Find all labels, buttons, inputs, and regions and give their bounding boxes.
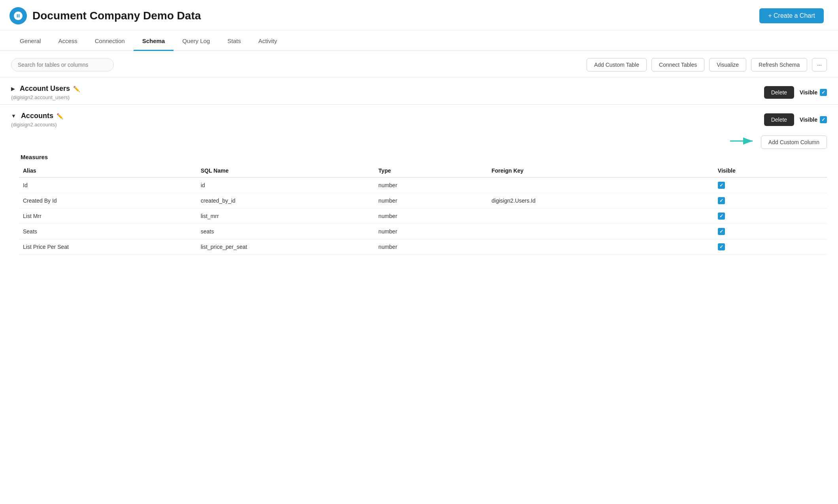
page-title: Document Company Demo Data xyxy=(32,9,201,22)
arrow-indicator xyxy=(728,134,760,148)
cell-alias-0: Id xyxy=(19,177,197,193)
logo-svg xyxy=(13,11,23,21)
section-accounts-header: ▼ Accounts ✏️ (digisign2.accounts) Delet… xyxy=(11,105,827,132)
add-custom-table-button[interactable]: Add Custom Table xyxy=(587,58,647,71)
create-chart-button[interactable]: + Create a Chart xyxy=(759,8,824,23)
tabs-nav: General Access Connection Schema Query L… xyxy=(0,30,838,51)
more-options-button[interactable]: ··· xyxy=(812,58,827,71)
visible-accounts-label: Visible xyxy=(800,116,827,123)
cell-sql-3: seats xyxy=(197,224,375,239)
cell-alias-1: Created By Id xyxy=(19,193,197,209)
refresh-schema-button[interactable]: Refresh Schema xyxy=(751,58,807,71)
cell-type-2: number xyxy=(374,209,487,224)
row-visible-checkbox-4[interactable] xyxy=(718,243,725,250)
accounts-table-content: Add Custom Column Measures Alias SQL Nam… xyxy=(11,132,827,263)
cell-sql-1: created_by_id xyxy=(197,193,375,209)
section-account-users-left: ▶ Account Users ✏️ (digisign2.account_us… xyxy=(11,85,80,100)
tab-general[interactable]: General xyxy=(11,30,49,51)
section-account-users-actions: Delete Visible xyxy=(764,86,827,99)
cell-visible-4 xyxy=(714,239,827,255)
tab-querylog[interactable]: Query Log xyxy=(174,30,219,51)
section-accounts-actions: Delete Visible xyxy=(764,113,827,126)
section-account-users-header: ▶ Account Users ✏️ (digisign2.account_us… xyxy=(11,77,827,104)
cell-alias-3: Seats xyxy=(19,224,197,239)
visible-accounts-checkbox[interactable] xyxy=(820,116,827,123)
cell-type-0: number xyxy=(374,177,487,193)
section-account-users-toggle[interactable]: ▶ xyxy=(11,86,15,92)
cell-type-4: number xyxy=(374,239,487,255)
table-header-row: Alias SQL Name Type Foreign Key Visible xyxy=(19,164,827,177)
measures-label: Measures xyxy=(21,154,827,160)
tab-activity[interactable]: Activity xyxy=(249,30,286,51)
cell-alias-2: List Mrr xyxy=(19,209,197,224)
visible-account-users-checkbox[interactable] xyxy=(820,89,827,96)
cell-sql-4: list_price_per_seat xyxy=(197,239,375,255)
section-accounts-toggle[interactable]: ▼ xyxy=(11,113,16,119)
header-left: Document Company Demo Data xyxy=(9,7,201,24)
cell-visible-0 xyxy=(714,177,827,193)
arrow-svg xyxy=(728,134,760,148)
cell-type-1: number xyxy=(374,193,487,209)
col-header-type: Type xyxy=(374,164,487,177)
table-row: Created By Id created_by_id number digis… xyxy=(19,193,827,209)
cell-fk-4 xyxy=(488,239,714,255)
section-accounts-left: ▼ Accounts ✏️ (digisign2.accounts) xyxy=(11,112,63,128)
col-header-visible: Visible xyxy=(714,164,827,177)
cell-fk-2 xyxy=(488,209,714,224)
section-account-users-name: Account Users xyxy=(20,85,70,93)
row-visible-checkbox-1[interactable] xyxy=(718,197,725,204)
table-row: Seats seats number xyxy=(19,224,827,239)
delete-accounts-button[interactable]: Delete xyxy=(764,113,794,126)
table-row: List Mrr list_mrr number xyxy=(19,209,827,224)
col-header-alias: Alias xyxy=(19,164,197,177)
cell-visible-3 xyxy=(714,224,827,239)
edit-account-users-icon[interactable]: ✏️ xyxy=(73,86,80,92)
cell-fk-1: digisign2.Users.Id xyxy=(488,193,714,209)
cell-alias-4: List Price Per Seat xyxy=(19,239,197,255)
columns-table: Alias SQL Name Type Foreign Key Visible … xyxy=(19,164,827,255)
visible-account-users-label: Visible xyxy=(800,89,827,96)
section-account-users: ▶ Account Users ✏️ (digisign2.account_us… xyxy=(0,77,838,104)
cell-visible-1 xyxy=(714,193,827,209)
search-input[interactable] xyxy=(11,58,114,71)
delete-account-users-button[interactable]: Delete xyxy=(764,86,794,99)
visualize-button[interactable]: Visualize xyxy=(709,58,746,71)
section-accounts-subtitle: (digisign2.accounts) xyxy=(11,122,63,128)
edit-accounts-icon[interactable]: ✏️ xyxy=(57,113,63,119)
section-account-users-subtitle: (digisign2.account_users) xyxy=(11,94,80,100)
row-visible-checkbox-2[interactable] xyxy=(718,213,725,220)
add-custom-column-row: Add Custom Column xyxy=(19,135,827,149)
col-header-fk: Foreign Key xyxy=(488,164,714,177)
row-visible-checkbox-3[interactable] xyxy=(718,228,725,235)
cell-fk-0 xyxy=(488,177,714,193)
col-header-sql: SQL Name xyxy=(197,164,375,177)
tab-schema[interactable]: Schema xyxy=(134,30,174,51)
table-row: Id id number xyxy=(19,177,827,193)
tab-stats[interactable]: Stats xyxy=(219,30,249,51)
logo-icon xyxy=(9,7,27,24)
cell-sql-0: id xyxy=(197,177,375,193)
add-custom-column-button[interactable]: Add Custom Column xyxy=(761,135,827,149)
table-row: List Price Per Seat list_price_per_seat … xyxy=(19,239,827,255)
page-header: Document Company Demo Data + Create a Ch… xyxy=(0,0,838,30)
row-visible-checkbox-0[interactable] xyxy=(718,182,725,189)
cell-sql-2: list_mrr xyxy=(197,209,375,224)
cell-fk-3 xyxy=(488,224,714,239)
connect-tables-button[interactable]: Connect Tables xyxy=(651,58,704,71)
schema-toolbar: Add Custom Table Connect Tables Visualiz… xyxy=(0,51,838,77)
cell-visible-2 xyxy=(714,209,827,224)
tab-access[interactable]: Access xyxy=(49,30,86,51)
section-accounts: ▼ Accounts ✏️ (digisign2.accounts) Delet… xyxy=(0,104,838,263)
tab-connection[interactable]: Connection xyxy=(86,30,134,51)
section-accounts-name: Accounts xyxy=(21,112,53,120)
cell-type-3: number xyxy=(374,224,487,239)
